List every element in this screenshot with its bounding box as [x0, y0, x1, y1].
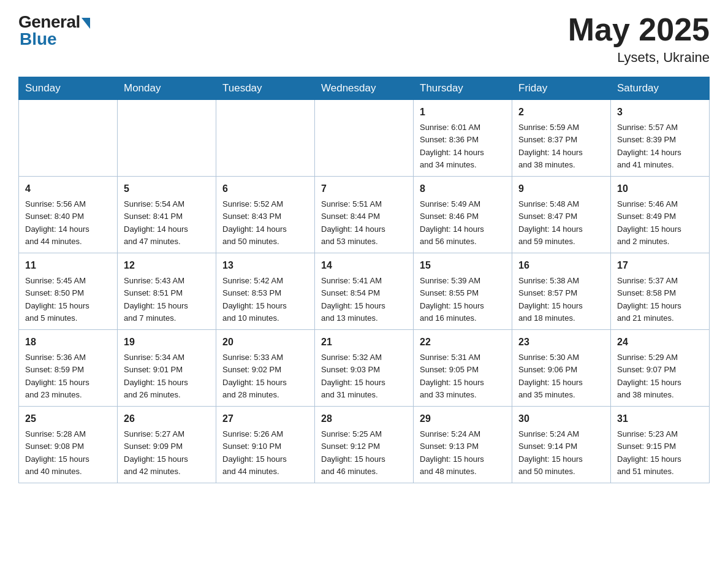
day-number: 5 [124, 182, 210, 196]
day-number: 25 [25, 412, 111, 426]
day-number: 16 [518, 258, 604, 273]
calendar-cell: 9Sunrise: 5:48 AMSunset: 8:47 PMDaylight… [512, 177, 611, 253]
day-number: 4 [25, 182, 111, 196]
page-header: General Blue May 2025 Lysets, Ukraine [18, 12, 710, 66]
day-info: Sunrise: 5:33 AMSunset: 9:02 PMDaylight:… [222, 353, 287, 399]
calendar-header-tuesday: Tuesday [216, 77, 315, 100]
day-info: Sunrise: 5:24 AMSunset: 9:13 PMDaylight:… [420, 429, 484, 476]
calendar-cell: 8Sunrise: 5:49 AMSunset: 8:46 PMDaylight… [414, 177, 512, 253]
day-info: Sunrise: 5:52 AMSunset: 8:43 PMDaylight:… [222, 199, 287, 246]
logo-blue-text: Blue [20, 29, 57, 49]
day-number: 8 [420, 182, 506, 196]
calendar-cell: 22Sunrise: 5:31 AMSunset: 9:05 PMDayligh… [414, 330, 512, 407]
day-number: 13 [222, 258, 308, 273]
day-number: 7 [321, 182, 407, 196]
day-number: 17 [617, 258, 703, 273]
day-info: Sunrise: 5:48 AMSunset: 8:47 PMDaylight:… [518, 199, 583, 246]
calendar-header-monday: Monday [118, 77, 216, 100]
calendar-cell: 5Sunrise: 5:54 AMSunset: 8:41 PMDaylight… [118, 177, 216, 253]
calendar-week-row: 11Sunrise: 5:45 AMSunset: 8:50 PMDayligh… [19, 253, 710, 330]
day-info: Sunrise: 5:24 AMSunset: 9:14 PMDaylight:… [518, 429, 583, 476]
day-info: Sunrise: 5:32 AMSunset: 9:03 PMDaylight:… [321, 353, 385, 399]
calendar-cell [118, 100, 216, 177]
calendar-cell: 1Sunrise: 6:01 AMSunset: 8:36 PMDaylight… [414, 100, 512, 177]
day-info: Sunrise: 5:51 AMSunset: 8:44 PMDaylight:… [321, 199, 385, 246]
calendar-week-row: 18Sunrise: 5:36 AMSunset: 8:59 PMDayligh… [19, 330, 710, 407]
calendar-cell: 21Sunrise: 5:32 AMSunset: 9:03 PMDayligh… [315, 330, 414, 407]
calendar-week-row: 25Sunrise: 5:28 AMSunset: 9:08 PMDayligh… [19, 407, 710, 483]
calendar-location: Lysets, Ukraine [568, 50, 710, 66]
calendar-cell: 13Sunrise: 5:42 AMSunset: 8:53 PMDayligh… [216, 253, 315, 330]
day-info: Sunrise: 5:25 AMSunset: 9:12 PMDaylight:… [321, 429, 385, 476]
day-info: Sunrise: 5:37 AMSunset: 8:58 PMDaylight:… [617, 276, 681, 323]
day-number: 24 [617, 335, 703, 350]
day-number: 12 [124, 258, 210, 273]
calendar-cell: 11Sunrise: 5:45 AMSunset: 8:50 PMDayligh… [19, 253, 118, 330]
title-block: May 2025 Lysets, Ukraine [568, 12, 710, 66]
day-number: 28 [321, 412, 407, 426]
day-info: Sunrise: 5:36 AMSunset: 8:59 PMDaylight:… [25, 353, 89, 399]
calendar-table: SundayMondayTuesdayWednesdayThursdayFrid… [18, 77, 710, 483]
calendar-cell: 12Sunrise: 5:43 AMSunset: 8:51 PMDayligh… [118, 253, 216, 330]
calendar-cell: 3Sunrise: 5:57 AMSunset: 8:39 PMDaylight… [611, 100, 710, 177]
day-number: 10 [617, 182, 703, 196]
calendar-cell: 20Sunrise: 5:33 AMSunset: 9:02 PMDayligh… [216, 330, 315, 407]
calendar-header-wednesday: Wednesday [315, 77, 414, 100]
day-number: 31 [617, 412, 703, 426]
day-number: 19 [124, 335, 210, 350]
day-info: Sunrise: 5:56 AMSunset: 8:40 PMDaylight:… [25, 199, 89, 246]
calendar-week-row: 1Sunrise: 6:01 AMSunset: 8:36 PMDaylight… [19, 100, 710, 177]
day-number: 21 [321, 335, 407, 350]
calendar-cell: 31Sunrise: 5:23 AMSunset: 9:15 PMDayligh… [611, 407, 710, 483]
calendar-cell: 10Sunrise: 5:46 AMSunset: 8:49 PMDayligh… [611, 177, 710, 253]
day-info: Sunrise: 5:42 AMSunset: 8:53 PMDaylight:… [222, 276, 287, 323]
calendar-cell: 27Sunrise: 5:26 AMSunset: 9:10 PMDayligh… [216, 407, 315, 483]
day-info: Sunrise: 5:29 AMSunset: 9:07 PMDaylight:… [617, 353, 681, 399]
calendar-cell [315, 100, 414, 177]
day-number: 15 [420, 258, 506, 273]
day-info: Sunrise: 6:01 AMSunset: 8:36 PMDaylight:… [420, 123, 484, 169]
calendar-header-friday: Friday [512, 77, 611, 100]
day-number: 3 [617, 105, 703, 120]
calendar-title: May 2025 [568, 12, 710, 47]
day-info: Sunrise: 5:54 AMSunset: 8:41 PMDaylight:… [124, 199, 188, 246]
calendar-header-sunday: Sunday [19, 77, 118, 100]
day-number: 29 [420, 412, 506, 426]
calendar-cell: 2Sunrise: 5:59 AMSunset: 8:37 PMDaylight… [512, 100, 611, 177]
day-number: 30 [518, 412, 604, 426]
calendar-cell: 24Sunrise: 5:29 AMSunset: 9:07 PMDayligh… [611, 330, 710, 407]
day-info: Sunrise: 5:49 AMSunset: 8:46 PMDaylight:… [420, 199, 484, 246]
day-info: Sunrise: 5:41 AMSunset: 8:54 PMDaylight:… [321, 276, 385, 323]
calendar-cell [19, 100, 118, 177]
day-number: 9 [518, 182, 604, 196]
calendar-header-row: SundayMondayTuesdayWednesdayThursdayFrid… [19, 77, 710, 100]
calendar-cell: 16Sunrise: 5:38 AMSunset: 8:57 PMDayligh… [512, 253, 611, 330]
day-info: Sunrise: 5:28 AMSunset: 9:08 PMDaylight:… [25, 429, 89, 476]
logo-arrow-icon [82, 18, 90, 29]
day-number: 20 [222, 335, 308, 350]
day-info: Sunrise: 5:31 AMSunset: 9:05 PMDaylight:… [420, 353, 484, 399]
day-number: 27 [222, 412, 308, 426]
calendar-cell: 15Sunrise: 5:39 AMSunset: 8:55 PMDayligh… [414, 253, 512, 330]
day-info: Sunrise: 5:38 AMSunset: 8:57 PMDaylight:… [518, 276, 583, 323]
calendar-cell: 4Sunrise: 5:56 AMSunset: 8:40 PMDaylight… [19, 177, 118, 253]
day-number: 6 [222, 182, 308, 196]
calendar-cell: 14Sunrise: 5:41 AMSunset: 8:54 PMDayligh… [315, 253, 414, 330]
calendar-header-saturday: Saturday [611, 77, 710, 100]
day-info: Sunrise: 5:39 AMSunset: 8:55 PMDaylight:… [420, 276, 484, 323]
day-info: Sunrise: 5:27 AMSunset: 9:09 PMDaylight:… [124, 429, 188, 476]
logo: General Blue [18, 12, 90, 49]
day-info: Sunrise: 5:59 AMSunset: 8:37 PMDaylight:… [518, 123, 583, 169]
calendar-cell: 7Sunrise: 5:51 AMSunset: 8:44 PMDaylight… [315, 177, 414, 253]
day-info: Sunrise: 5:45 AMSunset: 8:50 PMDaylight:… [25, 276, 89, 323]
day-number: 2 [518, 105, 604, 120]
day-info: Sunrise: 5:26 AMSunset: 9:10 PMDaylight:… [222, 429, 287, 476]
day-number: 22 [420, 335, 506, 350]
day-info: Sunrise: 5:46 AMSunset: 8:49 PMDaylight:… [617, 199, 681, 246]
day-number: 26 [124, 412, 210, 426]
calendar-cell: 17Sunrise: 5:37 AMSunset: 8:58 PMDayligh… [611, 253, 710, 330]
day-number: 23 [518, 335, 604, 350]
calendar-cell: 26Sunrise: 5:27 AMSunset: 9:09 PMDayligh… [118, 407, 216, 483]
calendar-cell: 6Sunrise: 5:52 AMSunset: 8:43 PMDaylight… [216, 177, 315, 253]
calendar-week-row: 4Sunrise: 5:56 AMSunset: 8:40 PMDaylight… [19, 177, 710, 253]
